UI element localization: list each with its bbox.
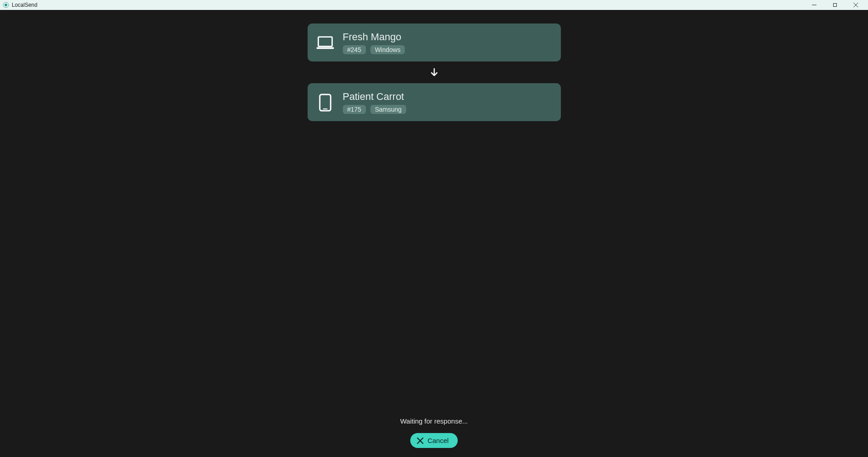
- titlebar-left: LocalSend: [3, 2, 38, 8]
- svg-rect-6: [318, 37, 332, 47]
- bottom-area: Waiting for response... Cancel: [0, 417, 868, 448]
- svg-rect-3: [834, 4, 837, 7]
- svg-point-1: [5, 4, 7, 6]
- status-text: Waiting for response...: [400, 417, 468, 425]
- receiver-name: Patient Carrot: [343, 91, 406, 102]
- receiver-info: Patient Carrot #175 Samsung: [343, 91, 406, 114]
- arrow-down-icon: [430, 68, 439, 77]
- window-controls: [804, 0, 866, 10]
- svg-rect-7: [316, 47, 333, 49]
- transfer-cards: Fresh Mango #245 Windows Patient: [308, 24, 561, 121]
- window-close-button[interactable]: [845, 0, 866, 10]
- app-title: LocalSend: [12, 2, 38, 8]
- content-area: Fresh Mango #245 Windows Patient: [0, 10, 868, 457]
- sender-info: Fresh Mango #245 Windows: [343, 32, 405, 54]
- svg-rect-9: [320, 94, 331, 111]
- receiver-tags: #175 Samsung: [343, 105, 406, 114]
- window-titlebar: LocalSend: [0, 0, 868, 10]
- receiver-id-tag: #175: [343, 105, 366, 114]
- phone-icon: [316, 93, 335, 112]
- cancel-button[interactable]: Cancel: [410, 433, 458, 448]
- window-maximize-button[interactable]: [825, 0, 845, 10]
- app-logo-icon: [3, 2, 9, 8]
- receiver-card: Patient Carrot #175 Samsung: [308, 83, 561, 121]
- sender-platform-tag: Windows: [370, 45, 405, 54]
- receiver-platform-tag: Samsung: [370, 105, 406, 114]
- sender-id-tag: #245: [343, 45, 366, 54]
- laptop-icon: [316, 33, 335, 52]
- sender-tags: #245 Windows: [343, 45, 405, 54]
- sender-name: Fresh Mango: [343, 32, 405, 42]
- window-minimize-button[interactable]: [804, 0, 825, 10]
- cancel-label: Cancel: [427, 437, 449, 444]
- sender-card: Fresh Mango #245 Windows: [308, 24, 561, 61]
- close-icon: [417, 437, 424, 444]
